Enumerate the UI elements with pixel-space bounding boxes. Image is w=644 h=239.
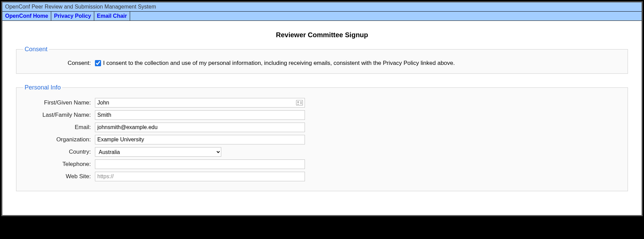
organization-label: Organization: bbox=[23, 136, 95, 143]
last-name-label: Last/Family Name: bbox=[23, 112, 95, 118]
nav-bar: OpenConf Home Privacy Policy Email Chair bbox=[2, 12, 642, 21]
page-title: Reviewer Committee Signup bbox=[16, 31, 628, 39]
last-name-input[interactable] bbox=[95, 110, 305, 120]
email-label: Email: bbox=[23, 124, 95, 131]
consent-fieldset: Consent Consent: I consent to the collec… bbox=[16, 46, 628, 74]
organization-input[interactable] bbox=[95, 135, 305, 144]
email-input[interactable] bbox=[95, 123, 305, 132]
app-frame: OpenConf Peer Review and Submission Mana… bbox=[2, 2, 642, 215]
consent-label: Consent: bbox=[23, 60, 95, 67]
consent-text: I consent to the collection and use of m… bbox=[103, 60, 455, 67]
first-name-label: First/Given Name: bbox=[23, 99, 95, 106]
personal-info-legend: Personal Info bbox=[23, 84, 62, 91]
content-area: Reviewer Committee Signup Consent Consen… bbox=[2, 21, 642, 215]
website-input[interactable] bbox=[95, 172, 305, 181]
nav-privacy-link[interactable]: Privacy Policy bbox=[51, 12, 94, 20]
consent-checkbox[interactable] bbox=[95, 60, 101, 66]
first-name-input[interactable] bbox=[95, 98, 305, 108]
telephone-label: Telephone: bbox=[23, 161, 95, 168]
consent-legend: Consent bbox=[23, 46, 49, 53]
header-title: OpenConf Peer Review and Submission Mana… bbox=[2, 2, 642, 12]
nav-email-chair-link[interactable]: Email Chair bbox=[94, 12, 130, 20]
telephone-input[interactable] bbox=[95, 159, 305, 169]
website-label: Web Site: bbox=[23, 173, 95, 180]
personal-info-fieldset: Personal Info First/Given Name: bbox=[16, 84, 628, 191]
country-label: Country: bbox=[23, 149, 95, 155]
country-select[interactable]: Australia bbox=[95, 147, 221, 157]
nav-home-link[interactable]: OpenConf Home bbox=[2, 12, 51, 20]
